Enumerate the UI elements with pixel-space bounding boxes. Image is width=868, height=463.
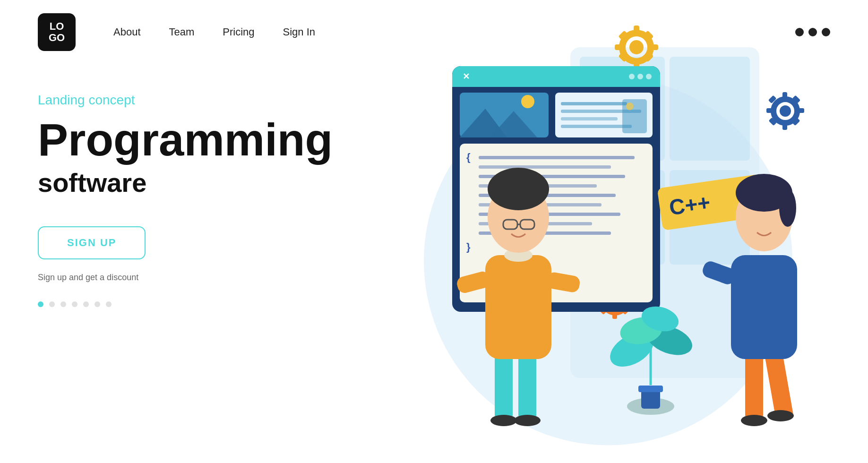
svg-rect-28: [612, 312, 617, 319]
more-menu[interactable]: [795, 28, 830, 36]
hero-title-sub: software: [38, 167, 312, 198]
pagination-dots: [38, 301, 312, 307]
svg-point-82: [488, 168, 549, 210]
svg-rect-2: [670, 57, 750, 161]
discount-text: Sign up and get a discount: [38, 273, 312, 283]
svg-point-78: [514, 415, 541, 426]
logo-text: LOGO: [49, 21, 65, 43]
dot-7[interactable]: [106, 301, 112, 307]
svg-rect-92: [731, 255, 797, 359]
nav-signin[interactable]: Sign In: [283, 26, 316, 38]
svg-rect-76: [518, 350, 536, 420]
svg-rect-20: [797, 108, 804, 113]
svg-rect-79: [485, 255, 551, 359]
dot-4[interactable]: [72, 301, 77, 307]
hero-section: Landing concept Programming software SIG…: [0, 64, 868, 463]
svg-point-16: [780, 105, 791, 117]
menu-dot-2: [808, 28, 817, 36]
svg-rect-17: [782, 92, 787, 99]
svg-point-95: [779, 189, 796, 227]
svg-point-45: [521, 95, 534, 108]
svg-point-41: [646, 74, 652, 79]
hero-subtitle: Landing concept: [38, 93, 312, 108]
nav-about[interactable]: About: [113, 26, 141, 38]
svg-rect-47: [561, 102, 627, 105]
svg-rect-37: [452, 77, 660, 87]
svg-point-91: [767, 410, 794, 421]
dot-5[interactable]: [83, 301, 89, 307]
header: LOGO About Team Pricing Sign In: [0, 0, 868, 64]
svg-rect-18: [782, 123, 787, 130]
svg-rect-75: [495, 350, 513, 420]
navigation: About Team Pricing Sign In: [113, 26, 315, 38]
dot-6[interactable]: [95, 301, 100, 307]
svg-point-90: [741, 415, 767, 426]
svg-rect-56: [479, 165, 611, 169]
svg-rect-19: [766, 108, 773, 113]
svg-rect-51: [622, 99, 647, 133]
svg-text:{: {: [466, 151, 471, 163]
svg-rect-49: [561, 117, 618, 120]
hero-left: Landing concept Programming software SIG…: [38, 74, 312, 307]
svg-point-39: [629, 74, 635, 79]
svg-point-52: [626, 103, 634, 110]
logo[interactable]: LOGO: [38, 13, 76, 51]
hero-title-main: Programming: [38, 117, 312, 163]
svg-rect-69: [638, 386, 663, 392]
menu-dot-1: [795, 28, 804, 36]
svg-rect-88: [745, 350, 763, 420]
signup-button[interactable]: SIGN UP: [38, 226, 146, 259]
svg-rect-55: [479, 156, 635, 159]
nav-pricing[interactable]: Pricing: [223, 26, 254, 38]
main-illustration: ✕ {: [310, 9, 830, 463]
dot-1[interactable]: [38, 301, 43, 307]
dot-2[interactable]: [49, 301, 55, 307]
svg-text:✕: ✕: [463, 72, 470, 81]
menu-dot-3: [822, 28, 830, 36]
svg-text:}: }: [466, 241, 471, 253]
dot-3[interactable]: [60, 301, 66, 307]
svg-point-77: [490, 415, 517, 426]
nav-team[interactable]: Team: [169, 26, 195, 38]
svg-rect-50: [561, 125, 632, 128]
hero-illustration: ✕ {: [312, 74, 830, 463]
svg-point-40: [637, 74, 643, 79]
